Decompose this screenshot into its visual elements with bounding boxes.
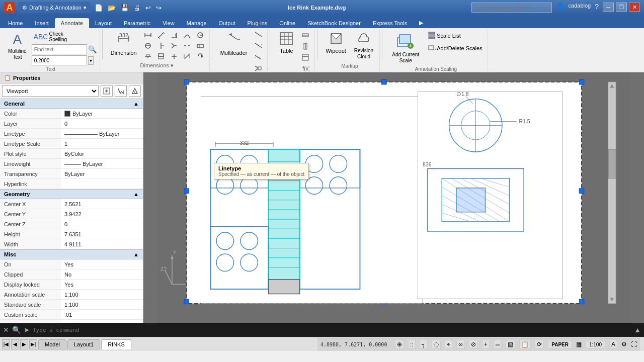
add-delete-scales-btn[interactable]: +- Add/Delete Scales <box>426 43 485 54</box>
quick-select-btn[interactable] <box>129 85 141 97</box>
tab-nav-prev[interactable]: ◀ <box>11 339 19 349</box>
viewport-dropdown[interactable]: Viewport <box>2 85 99 97</box>
tab-layout[interactable]: Layout <box>89 18 118 28</box>
prop-height-value[interactable]: 7.6351 <box>60 229 143 239</box>
quickprop-icon[interactable]: 📋 <box>519 340 531 349</box>
dim-update-btn[interactable] <box>194 51 206 61</box>
dim-radius-btn[interactable] <box>194 30 206 40</box>
tab-annotate[interactable]: Annotate <box>55 18 89 28</box>
prop-display-locked-value[interactable]: Yes <box>60 280 143 289</box>
workspace-selector[interactable]: ⚙ Drafting & Annotation ▾ <box>18 2 91 13</box>
prop-layer-value[interactable]: 0 <box>60 119 143 128</box>
tab-nav-next[interactable]: ▶ <box>20 339 28 349</box>
transparency-icon[interactable]: ▧ <box>506 340 515 349</box>
command-icon-arrow[interactable]: ➤ <box>24 326 30 334</box>
dim-diameter-btn[interactable] <box>142 41 154 51</box>
tab-home[interactable]: Home <box>2 18 29 28</box>
workspace-switch-icon[interactable]: ⚙ <box>621 341 627 348</box>
multileader-btn[interactable]: Multileader <box>217 30 251 57</box>
toggle-pickadd-btn[interactable] <box>101 85 113 97</box>
prop-center-z-value[interactable]: 0 <box>60 219 143 229</box>
ortho-icon[interactable]: ┐ <box>420 340 428 349</box>
scale-list-btn[interactable]: Scale List <box>426 30 485 41</box>
dim-center-btn[interactable] <box>168 51 180 61</box>
dimensions-expand-icon[interactable]: ▾ <box>171 62 174 68</box>
table-col-btn[interactable] <box>299 41 311 51</box>
tab-layout1[interactable]: Layout1 <box>67 339 100 349</box>
prop-linetype-scale-value[interactable]: 1 <box>60 139 143 148</box>
general-section-header[interactable]: General ▲ <box>0 99 143 109</box>
command-icon-x[interactable]: ✕ <box>3 326 9 334</box>
leader-add-btn[interactable]: + <box>252 30 264 40</box>
leader-align-btn[interactable] <box>252 52 264 62</box>
tab-parametric[interactable]: Parametric <box>118 18 156 28</box>
drawing-canvas[interactable]: Y X Z? <box>143 72 644 323</box>
fullscreen-icon[interactable]: ⛶ <box>631 341 637 348</box>
search-input[interactable] <box>471 3 552 13</box>
prop-on-value[interactable]: Yes <box>60 259 143 269</box>
table-btn[interactable]: Table <box>275 30 297 55</box>
help-btn[interactable]: ? <box>593 3 601 13</box>
prop-annotation-scale-value[interactable]: 1:100 <box>60 290 143 299</box>
select-objects-btn[interactable] <box>115 85 127 97</box>
leader-remove-btn[interactable]: - <box>252 41 264 51</box>
prop-clipped-value[interactable]: No <box>60 269 143 279</box>
prop-plot-style-value[interactable]: ByColor <box>60 149 143 158</box>
tab-output[interactable]: Output <box>213 18 242 28</box>
prop-center-x-value[interactable]: 2.5621 <box>60 199 143 209</box>
tab-more[interactable]: ▶ <box>413 18 429 28</box>
print-btn[interactable]: 🖨 <box>133 4 141 12</box>
allow-disallow-icon[interactable]: ⊘ <box>469 340 478 349</box>
dim-tol-btn[interactable] <box>155 51 167 61</box>
save-btn[interactable]: 💾 <box>120 4 130 12</box>
misc-section-header[interactable]: Misc ▲ <box>0 249 143 259</box>
tab-manage[interactable]: Manage <box>181 18 213 28</box>
prop-linetype-value[interactable]: —————— ByLayer <box>60 129 143 138</box>
dim-oblique-btn[interactable] <box>181 51 193 61</box>
osnap-icon[interactable]: ⌖ <box>445 340 452 349</box>
tab-nav-last[interactable]: ▶| <box>29 339 37 349</box>
tab-insert[interactable]: Insert <box>29 18 55 28</box>
prop-standard-scale-value[interactable]: 1:100 <box>60 300 143 309</box>
tab-sketchbook[interactable]: SketchBook Designer <box>301 18 367 28</box>
polar-icon[interactable]: ◌ <box>432 340 441 349</box>
dim-ordinate-btn[interactable] <box>155 41 167 51</box>
check-spelling-btn[interactable]: ABC CheckSpelling <box>32 30 97 43</box>
snap-icon[interactable]: ⊕ <box>395 340 404 349</box>
tab-nav-first[interactable]: |◀ <box>2 339 10 349</box>
dim-angular-btn[interactable] <box>168 30 180 40</box>
minimize-btn[interactable]: ─ <box>603 3 614 12</box>
dim-break-btn[interactable] <box>181 41 193 51</box>
prop-custom-scale-value[interactable]: .01 <box>60 310 143 319</box>
close-btn[interactable]: ✕ <box>629 3 640 12</box>
dim-aligned-btn[interactable] <box>155 30 167 40</box>
undo-btn[interactable]: ↩ <box>144 4 152 12</box>
table-formula-btn[interactable]: f(x) <box>299 63 311 73</box>
geometry-section-header[interactable]: Geometry ▲ <box>0 189 143 199</box>
command-icon-search[interactable]: 🔍 <box>12 326 21 334</box>
prop-transparency-value[interactable]: ByLayer <box>60 169 143 178</box>
leader-collect-btn[interactable] <box>252 63 264 73</box>
selection-cycle-icon[interactable]: ⟳ <box>535 340 544 349</box>
prop-lineweight-value[interactable]: ——— ByLayer <box>60 159 143 168</box>
wipeout-btn[interactable]: Wipeout <box>323 30 349 55</box>
tab-plugins[interactable]: Plug-ins <box>242 18 274 28</box>
otrack-icon[interactable]: ∞ <box>456 340 465 349</box>
tab-model[interactable]: Model <box>38 339 66 349</box>
dim-jogged-btn[interactable] <box>168 41 180 51</box>
tab-online[interactable]: Online <box>273 18 301 28</box>
find-text-icon[interactable]: 🔍 <box>88 45 97 53</box>
dim-adjust-btn[interactable] <box>142 51 154 61</box>
redo-btn[interactable]: ↪ <box>155 4 163 12</box>
tab-view[interactable]: View <box>156 18 181 28</box>
restore-btn[interactable]: ❐ <box>616 3 627 12</box>
scale-input[interactable] <box>32 55 87 65</box>
tab-rinks[interactable]: RINKS <box>101 339 131 349</box>
lineweight-icon[interactable]: ═ <box>494 340 502 349</box>
open-btn[interactable]: 📂 <box>107 4 117 12</box>
paper-btn[interactable]: PAPER <box>548 341 572 348</box>
scale-dropdown-icon[interactable]: ▾ <box>88 56 94 65</box>
prop-width-value[interactable]: 4.9111 <box>60 239 143 249</box>
dim-inspect-btn[interactable] <box>194 41 206 51</box>
dyn-icon[interactable]: + <box>482 340 490 349</box>
